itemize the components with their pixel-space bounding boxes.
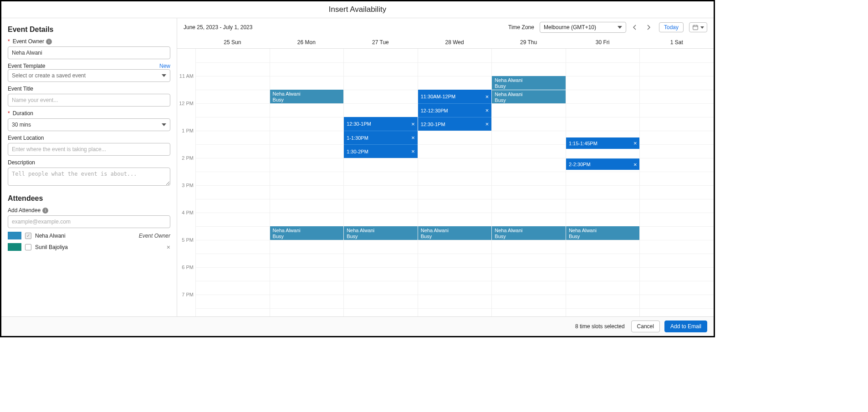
description-input[interactable] <box>8 168 170 186</box>
slots-selected-text: 8 time slots selected <box>575 323 625 330</box>
day-head: 29 Thu <box>491 36 566 48</box>
time-gutter: 11 AM 12 PM 1 PM 2 PM 3 PM 4 PM 5 PM 6 P… <box>177 49 195 316</box>
cancel-button[interactable]: Cancel <box>631 320 660 332</box>
remove-slot-icon[interactable]: × <box>411 148 415 155</box>
timezone-select[interactable]: Melbourne (GMT+10) <box>540 22 626 33</box>
time-slot[interactable]: 12:30-1PM× <box>344 117 418 131</box>
calendar-icon <box>692 24 699 31</box>
busy-event[interactable]: Neha AlwaniBusy <box>566 226 640 240</box>
required-star: * <box>8 110 10 117</box>
location-input[interactable] <box>8 143 170 156</box>
time-slot[interactable]: 12-12:30PM× <box>418 103 492 117</box>
timezone-label: Time Zone <box>508 24 534 31</box>
required-star: * <box>8 38 10 45</box>
day-col-mon[interactable]: Neha AlwaniBusy Neha AlwaniBusy <box>270 49 344 316</box>
main-content: Event Details * Event Owner i Event Temp… <box>1 18 714 316</box>
date-range: June 25, 2023 - July 1, 2023 <box>184 24 252 31</box>
remove-slot-icon[interactable]: × <box>633 140 637 147</box>
add-attendee-input[interactable] <box>8 215 170 228</box>
calendar-settings-button[interactable] <box>689 22 707 32</box>
time-slot[interactable]: 11:30AM-12PM× <box>418 90 492 103</box>
day-col-tue[interactable]: 12:30-1PM× 1-1:30PM× 1:30-2PM× Neha Alwa… <box>343 49 418 316</box>
time-slot[interactable]: 1:15-1:45PM× <box>566 137 640 149</box>
busy-event[interactable]: Neha AlwaniBusy <box>492 90 566 103</box>
title-label: Event Title <box>8 86 170 92</box>
dialog-title: Insert Availability <box>1 1 714 18</box>
day-col-fri[interactable]: 1:15-1:45PM× 2-2:30PM× Neha AlwaniBusy <box>566 49 640 316</box>
template-label: Event Template <box>8 63 46 69</box>
title-input[interactable] <box>8 94 170 107</box>
day-head: 1 Sat <box>639 36 714 48</box>
day-col-wed[interactable]: 11:30AM-12PM× 12-12:30PM× 12:30-1PM× Neh… <box>418 49 492 316</box>
day-head: 27 Tue <box>343 36 418 48</box>
time-slot[interactable]: 12:30-1PM× <box>418 117 492 131</box>
remove-slot-icon[interactable]: × <box>485 107 489 114</box>
chevron-down-icon <box>162 74 166 77</box>
remove-slot-icon[interactable]: × <box>411 121 415 127</box>
day-head: 26 Mon <box>270 36 344 48</box>
busy-event[interactable]: Neha AlwaniBusy <box>492 76 566 90</box>
add-attendee-label: Add Attendee i <box>8 207 170 214</box>
calendar-panel: June 25, 2023 - July 1, 2023 Time Zone M… <box>177 18 714 316</box>
attendee-checkbox[interactable]: ✓ <box>25 233 31 239</box>
template-select[interactable]: Select or create a saved event <box>8 69 170 82</box>
attendee-color <box>8 232 21 239</box>
location-label: Event Location <box>8 135 170 141</box>
busy-event[interactable]: Neha AlwaniBusy <box>492 226 566 240</box>
busy-event[interactable]: Neha AlwaniBusy <box>418 226 492 240</box>
chevron-down-icon <box>700 26 704 29</box>
remove-attendee-icon[interactable]: × <box>167 244 170 251</box>
owner-input[interactable] <box>8 46 170 59</box>
attendees-heading: Attendees <box>8 194 170 203</box>
remove-slot-icon[interactable]: × <box>485 121 489 127</box>
day-col-sun[interactable] <box>195 49 270 316</box>
day-head: 25 Sun <box>195 36 270 48</box>
calendar-body: 11 AM 12 PM 1 PM 2 PM 3 PM 4 PM 5 PM 6 P… <box>177 49 714 316</box>
day-col-thu[interactable]: Neha AlwaniBusy Neha AlwaniBusy Neha Alw… <box>491 49 566 316</box>
attendee-name: Sunil Bajoliya <box>35 244 68 250</box>
duration-select[interactable]: 30 mins <box>8 118 170 131</box>
time-slot[interactable]: 2-2:30PM× <box>566 158 640 170</box>
event-details-panel: Event Details * Event Owner i Event Temp… <box>1 18 177 316</box>
dialog-footer: 8 time slots selected Cancel Add to Emai… <box>1 316 714 336</box>
chevron-down-icon <box>162 123 166 126</box>
day-headers: 25 Sun 26 Mon 27 Tue 28 Wed 29 Thu 30 Fr… <box>177 36 714 49</box>
remove-slot-icon[interactable]: × <box>411 134 415 141</box>
busy-event[interactable]: Neha AlwaniBusy <box>270 226 344 240</box>
calendar-grid[interactable]: Neha AlwaniBusy Neha AlwaniBusy 12:30-1P… <box>195 49 714 316</box>
attendee-color <box>8 243 21 251</box>
day-col-sat[interactable] <box>639 49 714 316</box>
remove-slot-icon[interactable]: × <box>485 93 489 100</box>
prev-week-button[interactable] <box>630 22 640 32</box>
add-to-email-button[interactable]: Add to Email <box>664 320 707 332</box>
attendee-name: Neha Alwani <box>35 233 66 239</box>
busy-event[interactable]: Neha AlwaniBusy <box>344 226 418 240</box>
today-button[interactable]: Today <box>659 22 684 32</box>
description-label: Description <box>8 159 170 166</box>
chevron-down-icon <box>618 26 622 29</box>
time-slot[interactable]: 1-1:30PM× <box>344 131 418 144</box>
event-details-heading: Event Details <box>8 25 170 34</box>
svg-rect-0 <box>693 25 698 30</box>
info-icon[interactable]: i <box>46 39 52 45</box>
attendee-row: Sunil Bajoliya × <box>8 243 170 251</box>
owner-tag: Event Owner <box>139 233 170 239</box>
attendee-checkbox[interactable] <box>25 244 31 250</box>
new-template-link[interactable]: New <box>159 63 170 69</box>
busy-event[interactable]: Neha AlwaniBusy <box>270 90 344 103</box>
attendee-row: ✓ Neha Alwani Event Owner <box>8 232 170 239</box>
calendar-toolbar: June 25, 2023 - July 1, 2023 Time Zone M… <box>177 18 714 36</box>
next-week-button[interactable] <box>643 22 654 32</box>
remove-slot-icon[interactable]: × <box>633 161 637 168</box>
day-head: 30 Fri <box>566 36 640 48</box>
time-slot[interactable]: 1:30-2PM× <box>344 144 418 158</box>
day-head: 28 Wed <box>418 36 492 48</box>
info-icon[interactable]: i <box>42 208 48 214</box>
owner-label: * Event Owner i <box>8 38 170 45</box>
duration-label: * Duration <box>8 110 170 117</box>
